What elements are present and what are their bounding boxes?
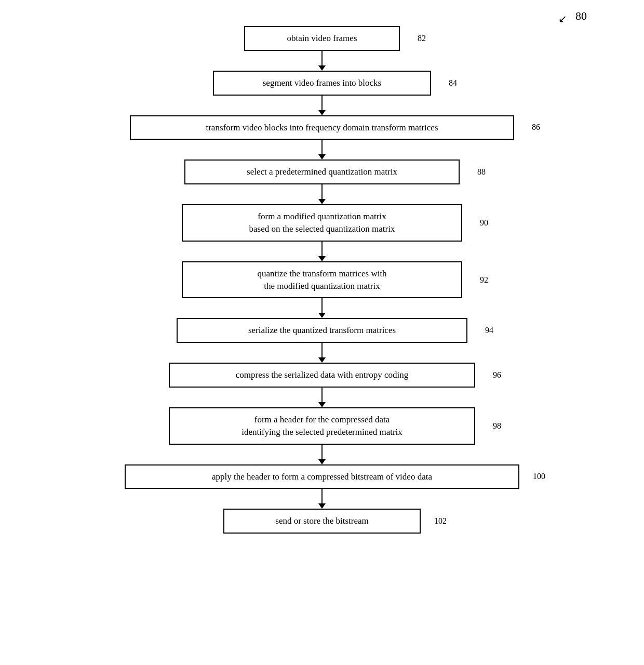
step-label-100: 100 [533,471,545,482]
step-apply-header: apply the header to form a compressed bi… [125,464,519,489]
step-obtain-video-frames: obtain video frames 82 [244,26,400,51]
step-send-store: send or store the bitstream 102 [223,509,421,534]
step-label-82: 82 [418,33,426,44]
step-box-82: obtain video frames 82 [244,26,400,51]
step-box-96: compress the serialized data with entrop… [169,363,475,388]
arrow-5 [318,242,326,261]
step-text-82: obtain video frames [287,33,357,43]
step-box-98: form a header for the compressed data id… [169,407,475,445]
step-label-102: 102 [434,515,447,527]
step-box-90: form a modified quantization matrix base… [182,204,462,242]
step-compress: compress the serialized data with entrop… [169,363,475,388]
step-text-90: form a modified quantization matrix base… [249,211,395,234]
arrow-9 [318,445,326,464]
step-label-86: 86 [532,122,540,133]
step-quantize: quantize the transform matrices with the… [182,261,462,299]
step-box-84: segment video frames into blocks 84 [213,71,431,96]
step-text-88: select a predetermined quantization matr… [247,167,397,177]
step-box-100: apply the header to form a compressed bi… [125,464,519,489]
figure-arrow-icon: ↙ [558,12,567,25]
step-transform-blocks: transform video blocks into frequency do… [130,115,514,140]
step-select-matrix: select a predetermined quantization matr… [184,159,460,184]
step-label-96: 96 [493,369,501,381]
step-text-98: form a header for the compressed data id… [242,415,403,437]
figure-label: 80 [575,9,587,23]
step-label-90: 90 [480,217,488,229]
arrow-3 [318,140,326,159]
step-form-header: form a header for the compressed data id… [169,407,475,445]
arrow-8 [318,388,326,407]
step-label-92: 92 [480,274,488,285]
step-box-88: select a predetermined quantization matr… [184,159,460,184]
step-box-92: quantize the transform matrices with the… [182,261,462,299]
diagram-container: 80 ↙ obtain video frames 82 segment vide… [0,0,644,549]
step-label-94: 94 [485,325,493,336]
step-text-86: transform video blocks into frequency do… [206,123,438,132]
step-text-94: serialize the quantized transform matric… [248,325,396,335]
step-label-98: 98 [493,420,501,432]
step-box-94: serialize the quantized transform matric… [177,318,467,343]
step-text-102: send or store the bitstream [275,516,368,526]
step-serialize: serialize the quantized transform matric… [177,318,467,343]
step-box-86: transform video blocks into frequency do… [130,115,514,140]
step-box-102: send or store the bitstream 102 [223,509,421,534]
step-text-84: segment video frames into blocks [263,78,382,88]
arrow-10 [318,489,326,509]
step-label-88: 88 [477,166,486,178]
step-text-92: quantize the transform matrices with the… [257,269,386,291]
step-form-modified-matrix: form a modified quantization matrix base… [182,204,462,242]
arrow-4 [318,184,326,204]
arrow-2 [318,96,326,115]
step-text-100: apply the header to form a compressed bi… [212,472,432,482]
arrow-6 [318,298,326,318]
arrow-7 [318,343,326,363]
step-label-84: 84 [449,77,457,88]
step-segment-frames: segment video frames into blocks 84 [213,71,431,96]
step-text-96: compress the serialized data with entrop… [236,370,408,380]
arrow-1 [318,51,326,71]
